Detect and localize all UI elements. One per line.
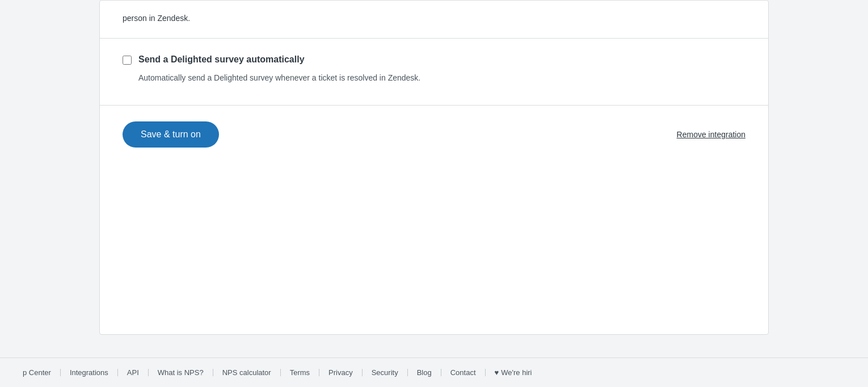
heart-icon: ♥ <box>495 368 499 377</box>
checkbox-title: Send a Delighted survey automatically <box>138 54 305 65</box>
intro-section: person in Zendesk. <box>100 1 768 39</box>
footer-link-blog[interactable]: Blog <box>408 369 441 376</box>
checkbox-description: Automatically send a Delighted survey wh… <box>138 71 745 84</box>
checkbox-section: Send a Delighted survey automatically Au… <box>100 39 768 105</box>
intro-text: person in Zendesk. <box>123 12 745 24</box>
save-turn-on-button[interactable]: Save & turn on <box>123 121 219 148</box>
footer-link-contact[interactable]: Contact <box>441 369 486 376</box>
remove-integration-link[interactable]: Remove integration <box>677 130 745 139</box>
checkbox-label[interactable]: Send a Delighted survey automatically <box>123 54 745 65</box>
footer-link-api[interactable]: API <box>118 369 149 376</box>
footer-link-p-center[interactable]: p Center <box>23 369 61 376</box>
footer-link-privacy[interactable]: Privacy <box>319 369 363 376</box>
footer: p CenterIntegrationsAPIWhat is NPS?NPS c… <box>0 357 868 387</box>
auto-survey-checkbox[interactable] <box>123 56 132 65</box>
footer-link-integrations[interactable]: Integrations <box>61 369 118 376</box>
footer-link-terms[interactable]: Terms <box>281 369 319 376</box>
footer-hiring: ♥ We're hiri <box>486 368 541 377</box>
footer-link-security[interactable]: Security <box>363 369 408 376</box>
footer-link-what-is-nps?[interactable]: What is NPS? <box>149 369 213 376</box>
footer-link-nps-calculator[interactable]: NPS calculator <box>213 369 281 376</box>
settings-card: person in Zendesk. Send a Delighted surv… <box>99 0 769 335</box>
action-section: Save & turn on Remove integration <box>100 106 768 168</box>
